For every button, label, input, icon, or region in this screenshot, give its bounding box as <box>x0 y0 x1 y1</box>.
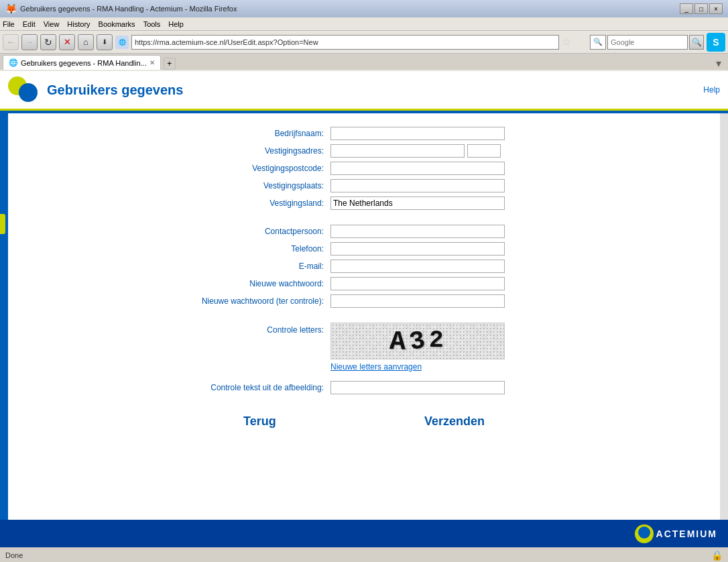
refresh-button[interactable]: ↻ <box>40 34 56 50</box>
form-row-vestigingsland: Vestigingsland: <box>176 196 552 210</box>
search-button[interactable]: 🔍 <box>689 35 704 50</box>
menu-history[interactable]: History <box>67 20 90 28</box>
label-contactpersoon: Contactpersoon: <box>176 227 330 236</box>
tab-close-icon[interactable]: ✕ <box>149 59 155 66</box>
menu-view[interactable]: View <box>44 20 60 28</box>
window-title: Gebruikers gegevens - RMA Handling - Act… <box>20 5 676 13</box>
footer-bar: ACTEMIUM <box>0 520 728 547</box>
label-captcha: Controle letters: <box>176 323 330 335</box>
actemium-brand: ACTEMIUM <box>656 528 717 539</box>
captcha-image: A32 <box>330 323 505 359</box>
tab-label: Gebruikers gegevens - RMA Handlin... <box>21 59 147 67</box>
label-telefoon: Telefoon: <box>176 244 330 254</box>
form-row-captcha: Controle letters: A32 Nieuwe letters aan… <box>176 323 552 372</box>
input-vestigingsplaats[interactable] <box>330 179 505 192</box>
input-bedrijfsnaam[interactable] <box>330 127 505 140</box>
button-row: Terug Verzenden <box>176 401 552 442</box>
input-controle-tekst[interactable] <box>330 381 505 394</box>
new-letters-link[interactable]: Nieuwe letters aanvragen <box>330 362 505 372</box>
form-row-vestigingsplaats: Vestigingsplaats: <box>176 179 552 192</box>
logo-blue-circle <box>19 83 38 102</box>
menu-edit[interactable]: Edit <box>23 20 36 28</box>
input-wachtwoord[interactable] <box>330 277 505 290</box>
form-row-bedrijfsnaam: Bedrijfsnaam: <box>176 127 552 140</box>
form-row-wachtwoord: Nieuwe wachtwoord: <box>176 277 552 290</box>
send-button[interactable]: Verzenden <box>424 414 485 429</box>
form-row-telefoon: Telefoon: <box>176 242 552 256</box>
input-vestigingsadres-street[interactable] <box>330 144 465 158</box>
nav-bar: ← → ↻ ✕ ⌂ ⬇ 🌐 ☆ 🔍 🔍 S <box>0 31 728 54</box>
address-input[interactable] <box>131 35 559 50</box>
label-controle-tekst: Controle tekst uit de afbeelding: <box>176 383 330 392</box>
form-area: Bedrijfsnaam: Vestigingsadres: Vestiging… <box>8 113 720 520</box>
new-tab-button[interactable]: + <box>164 58 176 70</box>
label-vestigingsland: Vestigingsland: <box>176 199 330 208</box>
right-sidebar <box>720 113 728 520</box>
form-row-vestigingsadres: Vestigingsadres: <box>176 144 552 158</box>
address-bar-container: 🌐 <box>115 35 559 50</box>
form-row-vestigingspostcode: Vestigingspostcode: <box>176 162 552 175</box>
page-content: Gebruikers gegevens Help Bedrijfsnaam: V… <box>0 71 728 547</box>
search-input[interactable] <box>607 35 688 50</box>
label-wachtwoord2: Nieuwe wachtwoord (ter controle): <box>176 296 330 306</box>
maximize-button[interactable]: □ <box>694 3 708 14</box>
search-container: 🔍 🔍 <box>590 35 704 50</box>
active-tab[interactable]: 🌐 Gebruikers gegevens - RMA Handlin... ✕ <box>3 55 161 70</box>
form-table: Bedrijfsnaam: Vestigingsadres: Vestiging… <box>176 127 552 442</box>
form-row-email: E-mail: <box>176 260 552 273</box>
label-vestigingsplaats: Vestigingsplaats: <box>176 181 330 190</box>
logo-area: Gebruikers gegevens <box>8 76 183 103</box>
stop-button[interactable]: ✕ <box>59 34 75 50</box>
back-button[interactable]: ← <box>3 34 19 50</box>
status-bar: Done 🔒 <box>0 547 728 562</box>
form-row-contactpersoon: Contactpersoon: <box>176 225 552 238</box>
close-button[interactable]: × <box>709 3 723 14</box>
tabs-bar: 🌐 Gebruikers gegevens - RMA Handlin... ✕… <box>0 54 728 71</box>
input-wachtwoord2[interactable] <box>330 294 505 308</box>
input-vestigingsadres-number[interactable] <box>467 144 501 158</box>
input-contactpersoon[interactable] <box>330 225 505 238</box>
actemium-logo-inner <box>638 526 650 539</box>
actemium-logo: ACTEMIUM <box>635 524 717 543</box>
sidebar-indicator <box>0 214 5 234</box>
form-row-controle-tekst: Controle tekst uit de afbeelding: <box>176 381 552 394</box>
app-header: Gebruikers gegevens Help <box>0 71 728 111</box>
skype-icon[interactable]: S <box>707 33 725 52</box>
bookmark-star[interactable]: ☆ <box>562 36 571 48</box>
label-vestigingspostcode: Vestigingspostcode: <box>176 164 330 173</box>
title-bar: 🦊 Gebruikers gegevens - RMA Handling - A… <box>0 0 728 17</box>
input-telefoon[interactable] <box>330 242 505 256</box>
input-vestigingspostcode[interactable] <box>330 162 505 175</box>
page-title: Gebruikers gegevens <box>47 82 183 98</box>
actemium-logo-circle <box>635 524 654 543</box>
tabs-menu-button[interactable]: ▾ <box>712 57 725 70</box>
lock-icon: 🔒 <box>711 550 723 561</box>
menu-bookmarks[interactable]: Bookmarks <box>99 20 135 28</box>
minimize-button[interactable]: _ <box>680 3 693 14</box>
menu-file[interactable]: File <box>3 20 15 28</box>
menu-help[interactable]: Help <box>168 20 184 28</box>
label-wachtwoord: Nieuwe wachtwoord: <box>176 279 330 288</box>
captcha-text: A32 <box>382 324 454 357</box>
main-layout: Bedrijfsnaam: Vestigingsadres: Vestiging… <box>0 113 728 520</box>
label-email: E-mail: <box>176 262 330 271</box>
input-vestigingsland[interactable] <box>330 196 505 210</box>
home-button[interactable]: ⌂ <box>78 34 94 50</box>
status-text: Done <box>5 551 23 559</box>
menu-bar: File Edit View History Bookmarks Tools H… <box>0 17 728 31</box>
bookmark-save-button[interactable]: ⬇ <box>97 34 113 50</box>
forward-button[interactable]: → <box>21 34 38 50</box>
form-row-wachtwoord2: Nieuwe wachtwoord (ter controle): <box>176 294 552 308</box>
label-vestigingsadres: Vestigingsadres: <box>176 146 330 156</box>
menu-tools[interactable]: Tools <box>143 20 161 28</box>
logo <box>8 76 42 103</box>
left-sidebar <box>0 113 8 520</box>
site-icon: 🌐 <box>115 36 129 49</box>
back-button[interactable]: Terug <box>243 414 276 429</box>
help-link[interactable]: Help <box>703 85 720 95</box>
input-email[interactable] <box>330 260 505 273</box>
label-bedrijfsnaam: Bedrijfsnaam: <box>176 129 330 138</box>
